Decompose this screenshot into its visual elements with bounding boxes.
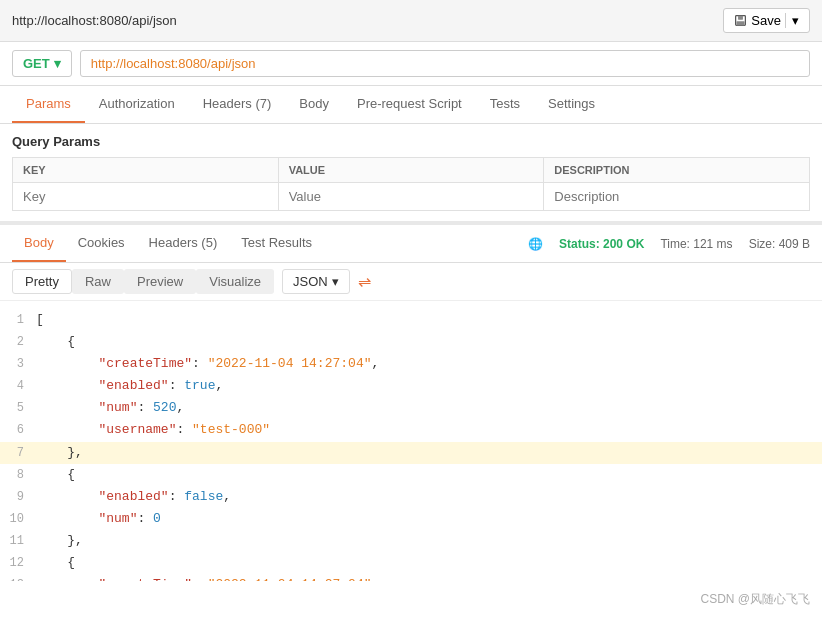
key-input[interactable] — [23, 189, 268, 204]
tab-prerequest[interactable]: Pre-request Script — [343, 86, 476, 123]
query-params-title: Query Params — [12, 134, 810, 149]
code-line-8: 8 { — [0, 464, 822, 486]
response-tabs-left: Body Cookies Headers (5) Test Results — [12, 225, 324, 262]
save-dropdown-arrow[interactable]: ▾ — [785, 13, 799, 28]
table-row — [13, 183, 810, 211]
svg-rect-2 — [737, 21, 745, 25]
code-line-7: 7 }, — [0, 442, 822, 464]
code-line-3: 3 "createTime": "2022-11-04 14:27:04", — [0, 353, 822, 375]
tab-response-headers[interactable]: Headers (5) — [137, 225, 230, 262]
request-tabs: Params Authorization Headers (7) Body Pr… — [0, 86, 822, 124]
status-time: Time: 121 ms — [660, 237, 732, 251]
code-area: 1 [ 2 { 3 "createTime": "2022-11-04 14:2… — [0, 301, 822, 581]
tab-response-cookies[interactable]: Cookies — [66, 225, 137, 262]
code-line-9: 9 "enabled": false, — [0, 486, 822, 508]
response-section: Body Cookies Headers (5) Test Results 🌐 … — [0, 221, 822, 581]
code-line-2: 2 { — [0, 331, 822, 353]
code-line-6: 6 "username": "test-000" — [0, 419, 822, 441]
request-bar: GET ▾ — [0, 42, 822, 86]
save-icon — [734, 14, 747, 27]
value-input[interactable] — [289, 189, 534, 204]
tab-headers[interactable]: Headers (7) — [189, 86, 286, 123]
format-bar: Pretty Raw Preview Visualize JSON ▾ ⇌ — [0, 263, 822, 301]
tab-body[interactable]: Body — [285, 86, 343, 123]
code-line-11: 11 }, — [0, 530, 822, 552]
tab-settings[interactable]: Settings — [534, 86, 609, 123]
tab-response-body[interactable]: Body — [12, 225, 66, 262]
filter-icon[interactable]: ⇌ — [358, 272, 371, 291]
response-status: 🌐 Status: 200 OK Time: 121 ms Size: 409 … — [528, 237, 810, 251]
code-line-4: 4 "enabled": true, — [0, 375, 822, 397]
format-preview[interactable]: Preview — [124, 269, 196, 294]
status-size: Size: 409 B — [749, 237, 810, 251]
code-line-1: 1 [ — [0, 309, 822, 331]
code-line-12: 12 { — [0, 552, 822, 574]
code-line-5: 5 "num": 520, — [0, 397, 822, 419]
tab-params[interactable]: Params — [12, 86, 85, 123]
globe-icon: 🌐 — [528, 237, 543, 251]
format-raw[interactable]: Raw — [72, 269, 124, 294]
code-line-13: 13 "createTime": "2022-11-04 14:27:04", — [0, 574, 822, 581]
query-params-section: Query Params KEY VALUE DESCRIPTION — [0, 124, 822, 221]
status-ok: Status: 200 OK — [559, 237, 644, 251]
params-table: KEY VALUE DESCRIPTION — [12, 157, 810, 211]
svg-rect-1 — [738, 16, 743, 20]
tab-authorization[interactable]: Authorization — [85, 86, 189, 123]
url-input[interactable] — [80, 50, 810, 77]
col-key: KEY — [13, 158, 279, 183]
format-visualize[interactable]: Visualize — [196, 269, 274, 294]
tab-response-test-results[interactable]: Test Results — [229, 225, 324, 262]
code-line-10: 10 "num": 0 — [0, 508, 822, 530]
method-select[interactable]: GET ▾ — [12, 50, 72, 77]
format-pretty[interactable]: Pretty — [12, 269, 72, 294]
col-desc: DESCRIPTION — [544, 158, 810, 183]
top-bar: http://localhost:8080/api/json Save ▾ — [0, 0, 822, 42]
response-tabs: Body Cookies Headers (5) Test Results 🌐 … — [0, 225, 822, 263]
top-bar-url: http://localhost:8080/api/json — [12, 13, 177, 28]
json-format-select[interactable]: JSON ▾ — [282, 269, 350, 294]
tab-tests[interactable]: Tests — [476, 86, 534, 123]
col-value: VALUE — [278, 158, 544, 183]
desc-input[interactable] — [554, 189, 799, 204]
save-button[interactable]: Save ▾ — [723, 8, 810, 33]
